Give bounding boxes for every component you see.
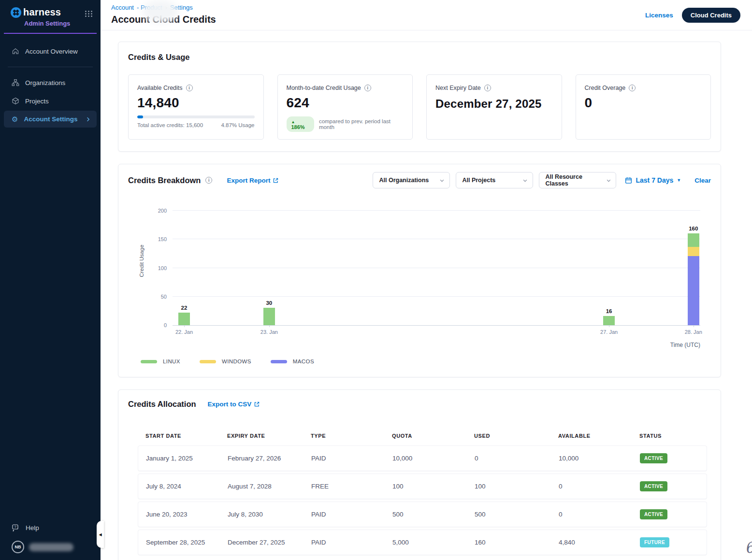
gridline — [173, 210, 700, 211]
bar-total-label: 160 — [689, 226, 698, 231]
help-button[interactable]: ? Help — [4, 519, 97, 537]
bar-total-label: 30 — [266, 300, 272, 306]
credits-usage-panel: Credits & Usage Available Credits 14,840… — [118, 42, 721, 152]
table-row[interactable]: June 20, 2023July 8, 2030PAID5005000ACTI… — [138, 502, 707, 527]
help-icon: ? — [12, 524, 20, 532]
y-tick-label: 0 — [148, 322, 167, 328]
column-header: STATUS — [639, 433, 707, 439]
usage-percent: 4.87% Usage — [221, 122, 254, 128]
cell-used: 160 — [475, 539, 559, 546]
column-header: AVAILABLE — [558, 433, 639, 439]
bar-segment-linux — [603, 316, 615, 325]
chart-bar-23-jan[interactable]: 30 — [263, 300, 275, 325]
date-range-filter[interactable]: Last 7 Days ▼ — [625, 176, 681, 184]
bar-segment-linux — [688, 233, 699, 247]
redacted-username — [29, 543, 73, 551]
x-tick-label: 22. Jan — [175, 329, 193, 335]
sidebar-item-organizations[interactable]: Organizations — [4, 74, 97, 91]
sidebar-item-account-overview[interactable]: Account Overview — [4, 43, 97, 60]
table-row[interactable]: January 1, 2025February 27, 2026PAID10,0… — [138, 445, 707, 471]
legend-label: LINUX — [163, 359, 180, 364]
export-report-link[interactable]: Export Report — [227, 177, 279, 184]
cell-quota: 5,000 — [392, 539, 475, 546]
resource-classes-filter[interactable]: All Resource Classes — [539, 172, 616, 188]
breadcrumb: Account - Product › Settings — [111, 4, 216, 11]
cell-quota: 100 — [392, 483, 475, 490]
bar-total-label: 22 — [181, 305, 188, 311]
bar-total-label: 16 — [606, 308, 612, 314]
chevron-right-icon — [85, 116, 91, 122]
y-tick-label: 200 — [148, 208, 167, 214]
legend-macos[interactable]: MACOS — [271, 359, 314, 364]
breadcrumb-separator-icon: › — [165, 4, 167, 11]
bar-segment-macos — [688, 256, 699, 325]
cell-start: June 20, 2023 — [146, 511, 228, 518]
cell-expiry: December 27, 2025 — [228, 539, 311, 546]
page-header: Account - Product › Settings Account Clo… — [101, 0, 752, 30]
credits-usage-title: Credits & Usage — [128, 53, 711, 62]
breadcrumb-account[interactable]: Account — [111, 4, 134, 11]
licenses-link[interactable]: Licenses — [645, 12, 673, 19]
chart-bar-22-jan[interactable]: 22 — [178, 305, 190, 325]
breadcrumb-product[interactable]: - Product — [137, 4, 162, 11]
projects-filter[interactable]: All Projects — [456, 172, 533, 188]
column-header: TYPE — [311, 433, 392, 439]
x-tick-label: 27. Jan — [600, 329, 618, 335]
info-icon[interactable] — [186, 85, 193, 91]
legend-windows[interactable]: WINDOWS — [200, 359, 251, 364]
card-label: Month-to-date Credit Usage — [287, 85, 361, 91]
info-icon[interactable] — [484, 85, 491, 91]
chart-bar-27-jan[interactable]: 16 — [603, 308, 615, 325]
credits-breakdown-panel: Credits Breakdown Export Report All Orga… — [118, 164, 721, 377]
mtd-usage-value: 624 — [287, 95, 404, 111]
sidebar-item-label: Organizations — [25, 79, 65, 86]
clear-filters-link[interactable]: Clear — [694, 177, 711, 184]
cell-used: 100 — [475, 483, 559, 490]
status-badge: ACTIVE — [640, 509, 667, 519]
info-icon[interactable] — [205, 177, 212, 184]
legend-linux[interactable]: LINUX — [141, 359, 180, 364]
column-header: EXPIRY DATE — [227, 433, 311, 439]
harness-logo[interactable]: harness — [11, 7, 70, 18]
breadcrumb-settings[interactable]: Settings — [170, 4, 193, 11]
cell-start: July 8, 2024 — [146, 483, 228, 490]
x-axis-label: Time (UTC) — [670, 342, 700, 348]
info-icon[interactable] — [364, 85, 371, 91]
legend-label: MACOS — [293, 359, 314, 364]
sidebar-item-label: Account Settings — [24, 115, 77, 123]
y-axis-label: Credit Usage — [139, 244, 145, 277]
column-header: QUOTA — [392, 433, 474, 439]
credits-progress-fill — [137, 115, 143, 118]
credits-breakdown-title: Credits Breakdown — [128, 176, 201, 185]
x-tick-mark — [609, 325, 609, 327]
mtd-usage-card: Month-to-date Credit Usage 624 ▲ 186% co… — [277, 74, 413, 140]
harness-logo-icon — [11, 7, 21, 18]
corner-annotation: 6 — [744, 539, 752, 557]
status-badge: FUTURE — [640, 537, 669, 547]
user-profile[interactable]: NB — [4, 537, 97, 555]
cell-start: January 1, 2025 — [146, 455, 228, 462]
cell-available: 0 — [559, 511, 640, 518]
delta-note: compared to prev. period last month — [319, 118, 404, 130]
cloud-credits-button[interactable]: Cloud Credits — [682, 8, 740, 23]
export-csv-link[interactable]: Export to CSV — [208, 401, 260, 408]
sidebar-collapse-handle[interactable]: ◀ — [97, 521, 104, 548]
organizations-filter[interactable]: All Organizations — [373, 172, 450, 188]
chart-bar-28-jan[interactable]: 160 — [688, 226, 699, 325]
next-expiry-card: Next Expiry Date December 27, 2025 — [426, 74, 562, 140]
bar-segment-linux — [263, 308, 275, 325]
sidebar-item-account-settings[interactable]: ⚙ Account Settings — [4, 111, 97, 128]
sidebar-item-projects[interactable]: Projects — [4, 92, 97, 110]
status-badge: ACTIVE — [640, 453, 667, 463]
info-icon[interactable] — [629, 85, 636, 91]
table-row[interactable]: September 28, 2025December 27, 2025PAID5… — [138, 530, 707, 555]
gear-icon: ⚙ — [12, 115, 18, 123]
allocation-table-header: START DATEEXPIRY DATETYPEQUOTAUSEDAVAILA… — [138, 426, 707, 445]
table-row[interactable]: July 8, 2024August 7, 2028FREE1001000ACT… — [138, 474, 707, 499]
column-header: USED — [474, 433, 558, 439]
credit-overage-card: Credit Overage 0 — [576, 74, 711, 140]
allocation-table: START DATEEXPIRY DATETYPEQUOTAUSEDAVAILA… — [138, 426, 707, 555]
organizations-icon — [12, 79, 19, 86]
module-subtitle: Admin Settings — [24, 20, 70, 27]
app-switcher-icon[interactable] — [85, 11, 93, 17]
